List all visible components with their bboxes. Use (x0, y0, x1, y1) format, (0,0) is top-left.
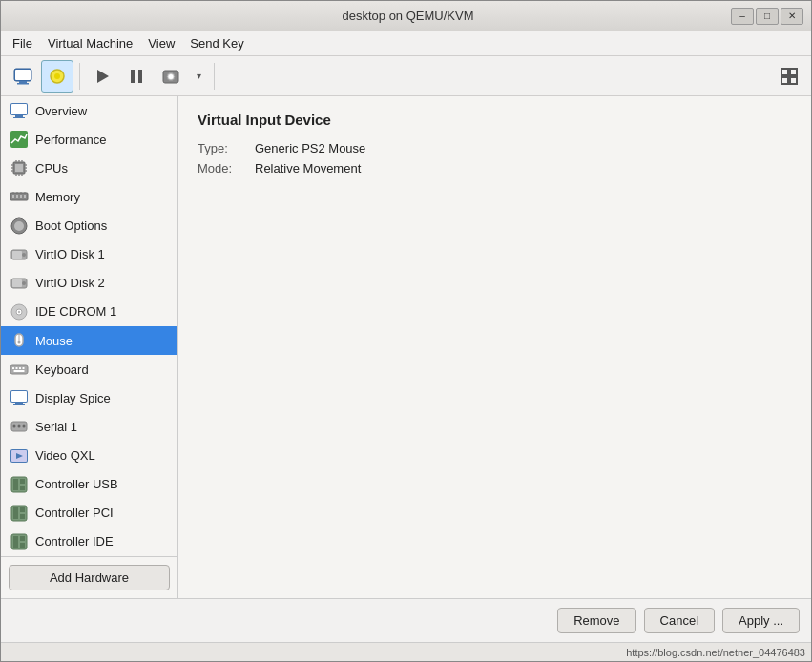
fullscreen-icon (779, 66, 800, 87)
type-value: Generic PS2 Mouse (255, 141, 365, 155)
maximize-btn[interactable]: □ (756, 8, 779, 25)
sidebar-label-controller-pci: Controller PCI (35, 506, 114, 520)
svg-rect-81 (20, 486, 25, 490)
play-btn[interactable] (86, 60, 118, 93)
cancel-button[interactable]: Cancel (644, 608, 715, 633)
sidebar-label-keyboard: Keyboard (35, 362, 89, 377)
main-area: Overview Performance (1, 96, 811, 598)
sidebar-item-performance[interactable]: Performance (1, 125, 177, 154)
overview-icon (9, 100, 30, 121)
controller-usb-icon (9, 474, 30, 495)
svg-rect-37 (16, 195, 18, 198)
svg-rect-61 (10, 365, 28, 374)
sidebar-item-ide-cdrom-1[interactable]: IDE CDROM 1 (1, 298, 177, 326)
mouse-icon (9, 330, 30, 351)
svg-rect-17 (11, 104, 27, 114)
svg-rect-84 (20, 507, 25, 512)
sidebar-item-keyboard[interactable]: Keyboard (1, 355, 177, 383)
titlebar: desktop on QEMU/KVM – □ ✕ (1, 1, 811, 31)
cpu-icon (9, 157, 30, 178)
apply-button[interactable]: Apply ... (722, 608, 800, 633)
cdrom-icon (9, 301, 30, 322)
disk1-icon (9, 244, 30, 265)
svg-point-45 (14, 221, 24, 231)
svg-rect-2 (17, 83, 29, 85)
svg-rect-69 (15, 403, 23, 404)
svg-rect-15 (790, 77, 797, 84)
detail-row-type: Type: Generic PS2 Mouse (198, 141, 792, 155)
sidebar-label-memory: Memory (35, 190, 80, 204)
sidebar-label-serial-1: Serial 1 (35, 420, 77, 434)
performance-icon (9, 129, 30, 150)
sidebar-label-boot-options: Boot Options (35, 218, 107, 233)
sidebar-item-controller-ide[interactable]: Controller IDE (1, 528, 177, 556)
sidebar-item-virtio-disk-1[interactable]: VirtIO Disk 1 (1, 240, 177, 269)
sidebar-item-video-qxl[interactable]: Video QXL (1, 442, 177, 470)
svg-rect-7 (131, 70, 135, 83)
svg-point-60 (18, 341, 21, 344)
svg-rect-63 (16, 367, 18, 369)
sidebar-label-cpus: CPUs (35, 161, 68, 176)
pause-btn[interactable] (120, 60, 153, 93)
controller-ide-icon (9, 531, 30, 552)
memory-icon (9, 186, 30, 207)
display-icon (9, 387, 30, 408)
sidebar-label-virtio-disk-2: VirtIO Disk 2 (35, 276, 105, 290)
sidebar-item-serial-1[interactable]: Serial 1 (1, 412, 177, 441)
boot-icon (9, 216, 30, 237)
svg-point-73 (18, 425, 21, 428)
snapshot-dropdown[interactable]: ▾ (189, 60, 208, 93)
sidebar-item-controller-usb[interactable]: Controller USB (1, 470, 177, 499)
fullscreen-btn[interactable] (773, 60, 805, 93)
menu-virtual-machine[interactable]: Virtual Machine (40, 34, 140, 52)
play-icon (94, 68, 111, 85)
close-btn[interactable]: ✕ (781, 8, 803, 25)
snapshot-icon (161, 67, 180, 86)
snapshot-btn[interactable] (155, 60, 187, 93)
svg-rect-65 (23, 367, 25, 369)
sidebar-footer: Add Hardware (1, 556, 177, 598)
menu-view[interactable]: View (140, 34, 182, 52)
svg-rect-70 (13, 404, 25, 405)
svg-marker-6 (97, 70, 109, 83)
sidebar-item-overview[interactable]: Overview (1, 96, 177, 125)
svg-rect-53 (12, 279, 22, 287)
menubar: File Virtual Machine View Send Key (1, 31, 811, 56)
svg-rect-13 (790, 69, 797, 75)
svg-rect-68 (11, 391, 27, 402)
sidebar-item-display-spice[interactable]: Display Spice (1, 383, 177, 412)
add-hardware-button[interactable]: Add Hardware (9, 565, 170, 590)
mode-value: Relative Movement (255, 161, 361, 176)
power-btn[interactable] (41, 60, 73, 93)
toolbar-sep-1 (79, 63, 80, 90)
svg-rect-83 (13, 507, 18, 519)
svg-rect-38 (20, 195, 22, 198)
svg-rect-18 (15, 115, 23, 117)
sidebar-item-virtio-disk-2[interactable]: VirtIO Disk 2 (1, 269, 177, 298)
svg-rect-36 (12, 195, 14, 198)
svg-rect-80 (20, 479, 25, 484)
sidebar-item-boot-options[interactable]: Boot Options (1, 212, 177, 240)
sidebar-label-overview: Overview (35, 104, 87, 118)
svg-rect-22 (15, 164, 23, 172)
sidebar-label-controller-ide: Controller IDE (35, 534, 114, 548)
toolbar-sep-2 (214, 63, 215, 90)
menu-send-key[interactable]: Send Key (182, 34, 251, 52)
monitor-btn[interactable] (7, 60, 39, 93)
remove-button[interactable]: Remove (557, 608, 635, 633)
svg-rect-14 (781, 77, 788, 84)
svg-point-74 (23, 425, 26, 428)
menu-file[interactable]: File (5, 34, 40, 52)
svg-rect-19 (13, 117, 25, 118)
sidebar-item-mouse[interactable]: Mouse (1, 326, 177, 355)
sidebar-item-controller-pci[interactable]: Controller PCI (1, 499, 177, 528)
svg-point-57 (18, 311, 20, 313)
detail-row-mode: Mode: Relative Movement (198, 161, 792, 176)
svg-point-51 (22, 253, 26, 257)
sidebar-label-video-qxl: Video QXL (35, 448, 95, 463)
minimize-btn[interactable]: – (731, 8, 754, 25)
sidebar-item-memory[interactable]: Memory (1, 182, 177, 211)
svg-rect-1 (19, 81, 27, 83)
sidebar-item-cpus[interactable]: CPUs (1, 154, 177, 182)
svg-point-54 (22, 281, 26, 285)
